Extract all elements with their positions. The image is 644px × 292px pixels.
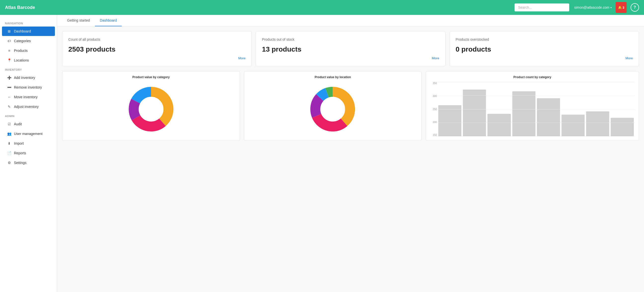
sidebar-item-label: Locations [14,58,29,62]
sidebar-item-label: Remove inventory [14,85,42,89]
sidebar: NAVIGATION ⊞ Dashboard 🏷 Categories ≡ Pr… [0,15,57,292]
donut-chart-by-category [66,82,236,137]
bar-chart-y-labels: 350 300 250 200 150 [430,82,437,137]
sidebar-item-settings[interactable]: ⚙ Settings [2,158,55,167]
user-management-icon: 👥 [7,132,12,136]
y-label-200: 200 [430,121,437,124]
adjust-inventory-icon: ✎ [7,104,12,109]
sidebar-item-label: Settings [14,161,26,165]
tab-dashboard[interactable]: Dashboard [95,15,122,26]
inventory-section-label: INVENTORY [0,65,57,73]
sidebar-item-label: User management [14,132,42,136]
y-label-300: 300 [430,95,437,98]
reports-icon: 📄 [7,151,12,155]
dashboard-content: Count of all products 2503 products More… [57,26,644,146]
remove-inventory-icon: ➖ [7,85,12,90]
stat-card-value: 13 products [262,45,439,53]
products-icon: ≡ [7,48,12,53]
dashboard-icon: ⊞ [7,29,12,33]
y-label-350: 350 [430,82,437,85]
bar-4 [537,98,560,137]
stat-card-overstocked: Products overstocked 0 products More [450,31,639,66]
bar-chart-bars [438,90,634,137]
chart-card-count-by-category: Product count by category 350 300 250 20… [426,71,639,141]
sidebar-item-move-inventory[interactable]: ↔ Move inventory [2,92,55,102]
main-layout: NAVIGATION ⊞ Dashboard 🏷 Categories ≡ Pr… [0,15,644,292]
bar-1 [463,90,486,137]
notification-bell[interactable]: 🔔 3 [616,2,626,13]
sidebar-item-label: Products [14,49,28,53]
tab-getting-started[interactable]: Getting started [62,15,95,26]
chart-title: Product count by category [430,75,635,79]
grid-line [437,82,635,82]
add-inventory-icon: ➕ [7,75,12,80]
sidebar-item-label: Audit [14,122,22,126]
sidebar-item-products[interactable]: ≡ Products [2,46,55,55]
sidebar-item-add-inventory[interactable]: ➕ Add inventory [2,73,55,82]
sidebar-item-dashboard[interactable]: ⊞ Dashboard [2,26,55,36]
bar-2 [488,114,510,137]
categories-icon: 🏷 [7,39,12,43]
sidebar-item-user-management[interactable]: 👥 User management [2,129,55,139]
notification-count: 3 [622,6,624,9]
bar-3 [512,91,536,137]
sidebar-item-locations[interactable]: 📍 Locations [2,56,55,65]
bar-6 [586,111,609,137]
help-button[interactable]: ? [630,3,639,12]
audit-icon: ☑ [7,122,12,126]
donut-chart-by-location [248,82,418,137]
stat-card-value: 2503 products [68,45,246,53]
y-label-150: 150 [430,134,437,137]
svg-point-4 [140,98,162,120]
search-container [514,3,569,11]
stat-cards: Count of all products 2503 products More… [62,31,639,66]
locations-icon: 📍 [7,58,12,63]
bar-5 [562,115,584,137]
bar-chart-container: 350 300 250 200 150 [430,82,635,137]
chart-title: Product value by category [66,75,236,79]
sidebar-item-remove-inventory[interactable]: ➖ Remove inventory [2,83,55,92]
sidebar-item-label: Import [14,142,24,146]
user-email: simon@atlascode.com [574,5,610,9]
chart-card-by-location: Product value by location [244,71,422,141]
settings-icon: ⚙ [7,160,12,165]
user-menu[interactable]: simon@atlascode.com ▾ [574,5,612,9]
chart-card-by-category: Product value by category [62,71,240,141]
stat-card-all-products: Count of all products 2503 products More [62,31,252,66]
chart-title: Product value by location [248,75,418,79]
bar-0 [438,105,462,137]
move-inventory-icon: ↔ [7,95,12,99]
y-label-250: 250 [430,108,437,111]
search-input[interactable] [514,3,569,11]
tabs-bar: Getting started Dashboard [57,15,644,26]
stat-card-label: Count of all products [68,37,246,41]
sidebar-item-reports[interactable]: 📄 Reports [2,148,55,158]
bar-7 [611,118,634,137]
sidebar-item-categories[interactable]: 🏷 Categories [2,36,55,46]
header: Atlas Barcode simon@atlascode.com ▾ 🔔 3 … [0,0,644,15]
svg-point-10 [322,98,344,120]
sidebar-item-adjust-inventory[interactable]: ✎ Adjust inventory [2,102,55,111]
bar-chart-area: 350 300 250 200 150 [430,82,635,137]
nav-section-label: NAVIGATION [0,19,57,26]
main-content: Getting started Dashboard Count of all p… [57,15,644,292]
app-logo: Atlas Barcode [5,5,514,10]
stat-card-more-link[interactable]: More [456,56,633,60]
stat-card-out-of-stock: Products out of stock 13 products More [256,31,445,66]
sidebar-item-label: Move inventory [14,95,38,99]
sidebar-item-label: Categories [14,39,31,43]
sidebar-item-import[interactable]: ⬇ Import [2,139,55,148]
sidebar-item-audit[interactable]: ☑ Audit [2,119,55,129]
sidebar-item-label: Dashboard [14,29,31,33]
header-right: simon@atlascode.com ▾ 🔔 3 ? [574,2,639,13]
sidebar-item-label: Add inventory [14,76,35,80]
stat-card-more-link[interactable]: More [262,56,439,60]
stat-card-value: 0 products [456,45,633,53]
import-icon: ⬇ [7,141,12,146]
stat-card-more-link[interactable]: More [68,56,246,60]
stat-card-label: Products out of stock [262,37,439,41]
chevron-down-icon: ▾ [610,6,612,9]
chart-section: Product value by category [62,71,639,141]
stat-card-label: Products overstocked [456,37,633,41]
bell-icon: 🔔 [618,6,622,9]
